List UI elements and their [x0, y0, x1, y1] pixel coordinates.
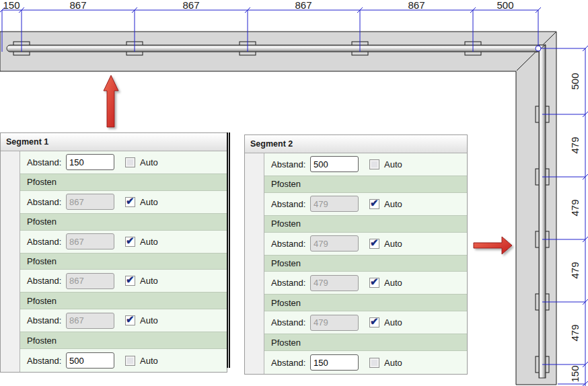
auto-checkbox[interactable] — [125, 237, 135, 247]
pfosten-label: Pfosten — [27, 256, 57, 266]
abstand-label: Abstand: — [271, 239, 310, 249]
segment-2-rows: Abstand: Auto Pfosten Abstand: Auto Pfos… — [264, 153, 467, 374]
abstand-label: Abstand: — [271, 358, 310, 368]
auto-checkbox[interactable] — [369, 159, 379, 169]
panel-gutter — [1, 151, 20, 372]
abstand-input[interactable] — [66, 352, 114, 369]
abstand-label: Abstand: — [27, 315, 66, 325]
abstand-input[interactable] — [66, 313, 114, 329]
abstand-input[interactable] — [66, 194, 114, 210]
row-abstand: Abstand: Auto — [20, 191, 227, 214]
auto-checkbox[interactable] — [125, 276, 135, 286]
auto-label: Auto — [140, 315, 158, 325]
abstand-input[interactable] — [66, 273, 114, 289]
row-abstand: Abstand: Auto — [264, 351, 467, 374]
segment-1-panel: Segment 1 Abstand: Auto Pfosten Abstand:… — [0, 132, 227, 373]
dimension-label: 479 — [569, 262, 581, 278]
abstand-input[interactable] — [310, 354, 359, 371]
abstand-label: Abstand: — [271, 199, 310, 209]
panel-splitter[interactable] — [227, 132, 230, 368]
abstand-input[interactable] — [66, 154, 114, 170]
row-abstand: Abstand: Auto — [264, 311, 467, 334]
row-abstand: Abstand: Auto — [20, 231, 227, 254]
auto-checkbox[interactable] — [125, 356, 135, 366]
auto-label: Auto — [384, 317, 402, 327]
abstand-input[interactable] — [66, 233, 114, 249]
abstand-label: Abstand: — [271, 159, 310, 169]
auto-label: Auto — [384, 239, 402, 249]
auto-checkbox[interactable] — [369, 358, 379, 368]
segment-2-body: Abstand: Auto Pfosten Abstand: Auto Pfos… — [245, 153, 467, 374]
abstand-label: Abstand: — [27, 276, 66, 286]
panel-gutter — [245, 153, 264, 374]
pfosten-label: Pfosten — [27, 217, 57, 227]
abstand-input[interactable] — [310, 275, 359, 291]
auto-checkbox[interactable] — [369, 199, 379, 209]
segment-1-body: Abstand: Auto Pfosten Abstand: Auto Pfos… — [1, 151, 227, 372]
segment-2-title: Segment 2 — [245, 135, 467, 153]
handrail-horizontal — [7, 45, 545, 52]
auto-label: Auto — [384, 199, 402, 209]
corner-marker — [536, 46, 541, 51]
abstand-label: Abstand: — [271, 278, 310, 288]
auto-label: Auto — [140, 197, 158, 207]
row-abstand: Abstand: Auto — [264, 233, 467, 256]
row-pfosten: Pfosten — [20, 254, 227, 270]
dimension-label: 867 — [408, 0, 425, 11]
dimension-label: 150 — [3, 0, 20, 11]
segment-1-rows: Abstand: Auto Pfosten Abstand: Auto Pfos… — [20, 151, 227, 372]
abstand-label: Abstand: — [271, 317, 310, 327]
auto-checkbox[interactable] — [369, 239, 379, 249]
abstand-label: Abstand: — [27, 197, 66, 207]
row-pfosten: Pfosten — [264, 334, 467, 351]
dimension-label: 867 — [182, 0, 199, 11]
auto-label: Auto — [140, 237, 158, 247]
auto-checkbox[interactable] — [125, 157, 135, 167]
dimension-label: 500 — [497, 0, 513, 11]
segment-2-panel: Segment 2 Abstand: Auto Pfosten Abstand:… — [244, 134, 468, 375]
row-abstand: Abstand: Auto — [264, 153, 467, 176]
abstand-label: Abstand: — [27, 237, 66, 247]
pfosten-label: Pfosten — [271, 179, 301, 189]
dimension-label: 500 — [569, 73, 581, 89]
auto-label: Auto — [384, 358, 402, 368]
auto-checkbox[interactable] — [369, 317, 379, 327]
abstand-input[interactable] — [310, 315, 359, 331]
abstand-input[interactable] — [310, 235, 359, 252]
auto-label: Auto — [140, 276, 158, 286]
row-pfosten: Pfosten — [264, 295, 467, 311]
row-pfosten: Pfosten — [264, 256, 467, 272]
row-pfosten: Pfosten — [20, 174, 227, 191]
row-abstand: Abstand: Auto — [264, 193, 467, 216]
abstand-input[interactable] — [310, 196, 359, 212]
right-arrow — [474, 237, 512, 254]
abstand-input[interactable] — [310, 156, 359, 172]
abstand-label: Abstand: — [27, 356, 66, 366]
dimension-label: 479 — [569, 137, 581, 153]
handrail-vertical — [539, 45, 546, 378]
pfosten-label: Pfosten — [27, 177, 57, 187]
row-abstand: Abstand: Auto — [20, 309, 227, 332]
row-pfosten: Pfosten — [20, 332, 227, 349]
pfosten-label: Pfosten — [27, 336, 57, 346]
dimension-label: 479 — [569, 324, 581, 341]
auto-checkbox[interactable] — [125, 315, 135, 325]
row-abstand: Abstand: Auto — [20, 151, 227, 174]
pfosten-label: Pfosten — [27, 296, 57, 306]
dimension-label: 479 — [569, 199, 581, 216]
auto-label: Auto — [140, 157, 158, 167]
pfosten-label: Pfosten — [271, 258, 301, 268]
auto-checkbox[interactable] — [125, 197, 135, 207]
row-abstand: Abstand: Auto — [264, 272, 467, 295]
auto-label: Auto — [384, 278, 402, 288]
row-abstand: Abstand: Auto — [20, 270, 227, 293]
segment-1-title: Segment 1 — [1, 133, 227, 151]
row-pfosten: Pfosten — [20, 293, 227, 309]
abstand-label: Abstand: — [27, 157, 66, 167]
dimension-label: 150 — [569, 365, 581, 382]
pfosten-label: Pfosten — [271, 338, 301, 348]
auto-label: Auto — [384, 159, 402, 169]
pfosten-label: Pfosten — [271, 298, 301, 308]
auto-label: Auto — [140, 356, 158, 366]
auto-checkbox[interactable] — [369, 278, 379, 288]
